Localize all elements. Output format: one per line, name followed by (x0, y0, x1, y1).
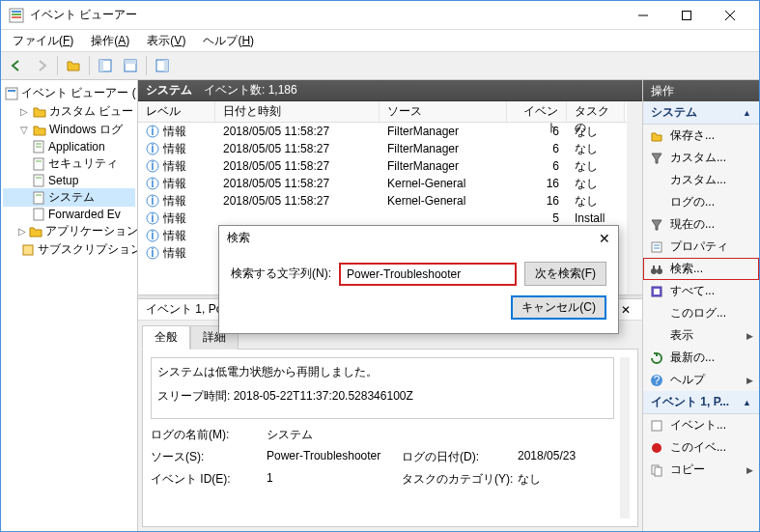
action-latest[interactable]: 最新の... (643, 347, 759, 369)
source-label: ソース(S): (151, 449, 267, 465)
svg-rect-26 (23, 245, 33, 255)
log-name-label: ログの名前(M): (151, 427, 267, 443)
actions-section-system: システム▲ (643, 101, 759, 125)
action-log[interactable]: ログの... (643, 191, 759, 213)
action-this-event[interactable]: このイベ... (643, 436, 759, 459)
search-dialog-close[interactable]: ✕ (599, 231, 610, 246)
col-task[interactable]: タスクの (567, 101, 625, 122)
info-icon: i (146, 142, 159, 155)
info-icon: i (146, 229, 159, 242)
svg-rect-57 (655, 467, 661, 476)
tree-application[interactable]: Application (3, 139, 135, 154)
info-icon: i (146, 246, 159, 260)
center-title: システム (146, 82, 192, 98)
menubar: ファイル(F) 操作(A) 表示(V) ヘルプ(H) (1, 30, 759, 51)
col-date[interactable]: 日付と時刻 (215, 101, 380, 122)
svg-text:i: i (151, 125, 154, 138)
tree-root[interactable]: イベント ビューアー (ローカル) (3, 84, 135, 102)
action-all[interactable]: すべて... (643, 280, 759, 302)
action-custom2[interactable]: カスタム... (643, 169, 759, 191)
search-dialog-titlebar: 検索 ✕ (219, 226, 618, 250)
cancel-button[interactable]: キャンセル(C) (511, 295, 606, 320)
svg-rect-11 (125, 60, 136, 64)
menu-file[interactable]: ファイル(F) (5, 31, 81, 51)
tree-security[interactable]: セキュリティ (3, 154, 135, 173)
svg-text:i: i (151, 211, 154, 225)
svg-text:i: i (151, 229, 154, 242)
eventid-label: イベント ID(E): (151, 471, 267, 488)
detail-scrollbar[interactable] (620, 357, 630, 518)
col-level[interactable]: レベル (138, 101, 215, 122)
task-category-value: なし (518, 471, 614, 488)
action-event[interactable]: イベント... (643, 414, 759, 436)
col-eventid[interactable]: イベント (507, 101, 567, 122)
event-columns: レベル 日付と時刻 ソース イベント タスクの (138, 101, 627, 123)
svg-point-55 (652, 443, 661, 453)
action-properties[interactable]: プロパティ (643, 236, 759, 258)
search-dialog: 検索 ✕ 検索する文字列(N): 次を検索(F) キャンセル(C) (218, 225, 619, 334)
layout1-icon[interactable] (94, 54, 117, 77)
svg-text:?: ? (654, 374, 661, 387)
collapse-icon[interactable]: ▲ (743, 108, 751, 118)
svg-text:i: i (151, 177, 154, 190)
action-search[interactable]: 検索... (643, 258, 759, 280)
detail-message: システムは低電力状態から再開しました。 スリープ時間: 2018-05-22T1… (151, 357, 614, 419)
svg-text:i: i (151, 159, 154, 173)
event-row[interactable]: i情報2018/05/05 11:58:27FilterManager6なし (138, 123, 627, 140)
collapse-icon[interactable]: ▲ (743, 398, 751, 407)
tree-custom-views[interactable]: ▷カスタム ビュー (3, 102, 135, 121)
info-icon: i (146, 211, 159, 225)
action-current[interactable]: 現在の... (643, 213, 759, 236)
actions-pane: 操作 システム▲ 保存さ... カスタム... カスタム... ログの... 現… (643, 80, 759, 531)
svg-rect-48 (653, 266, 655, 269)
action-help[interactable]: ?ヘルプ▶ (643, 369, 759, 391)
svg-text:i: i (151, 142, 154, 155)
event-row[interactable]: i情報2018/05/05 11:58:27FilterManager6なし (138, 157, 627, 175)
svg-rect-49 (659, 266, 661, 269)
action-this-log[interactable]: このログ... (643, 302, 759, 324)
maximize-button[interactable] (664, 1, 708, 30)
layout3-icon[interactable] (151, 54, 174, 77)
event-row[interactable]: i情報2018/05/05 11:58:27Kernel-General16なし (138, 175, 627, 192)
action-custom[interactable]: カスタム... (643, 147, 759, 169)
svg-rect-19 (34, 158, 43, 170)
event-row[interactable]: i情報2018/05/05 11:58:27FilterManager6なし (138, 140, 627, 157)
svg-rect-13 (164, 60, 168, 71)
source-value: Power-Troubleshooter (267, 449, 402, 465)
event-row[interactable]: i情報2018/05/05 11:58:27Kernel-General16なし (138, 192, 627, 210)
tree-system[interactable]: システム (3, 188, 135, 207)
svg-text:i: i (151, 194, 154, 208)
tree-windows-logs[interactable]: ▽Windows ログ (3, 121, 135, 139)
menu-action[interactable]: 操作(A) (83, 31, 137, 51)
tree-setup[interactable]: Setup (3, 173, 135, 188)
action-save[interactable]: 保存さ... (643, 125, 759, 147)
action-view[interactable]: 表示▶ (643, 324, 759, 347)
svg-rect-3 (12, 16, 21, 18)
tree-forwarded[interactable]: Forwarded Ev (3, 207, 135, 222)
svg-rect-21 (34, 175, 43, 186)
svg-rect-54 (652, 421, 661, 431)
detail-close-button[interactable]: ✕ (617, 303, 634, 317)
info-icon: i (146, 159, 159, 173)
event-list-scrollbar[interactable] (627, 101, 642, 294)
tab-general[interactable]: 全般 (142, 325, 190, 350)
action-copy[interactable]: コピー▶ (643, 459, 759, 481)
search-input[interactable] (339, 263, 517, 286)
menu-view[interactable]: 表示(V) (139, 31, 193, 51)
close-button[interactable] (708, 1, 751, 30)
layout2-icon[interactable] (119, 54, 142, 77)
col-source[interactable]: ソース (380, 101, 507, 122)
open-icon[interactable] (62, 54, 85, 77)
minimize-button[interactable] (621, 1, 664, 30)
actions-section-event: イベント 1, P...▲ (643, 391, 759, 414)
eventid-value: 1 (267, 471, 402, 488)
tree-subscriptions[interactable]: サブスクリプション (3, 240, 135, 259)
search-dialog-title: 検索 (227, 230, 250, 246)
tree-app-services[interactable]: ▷アプリケーションとサー (3, 222, 135, 240)
back-button[interactable] (5, 54, 28, 77)
find-next-button[interactable]: 次を検索(F) (524, 262, 606, 286)
forward-button[interactable] (30, 54, 53, 77)
menu-help[interactable]: ヘルプ(H) (195, 31, 262, 51)
task-category-label: タスクのカテゴリ(Y): (402, 471, 518, 488)
log-name-value: システム (267, 427, 402, 443)
